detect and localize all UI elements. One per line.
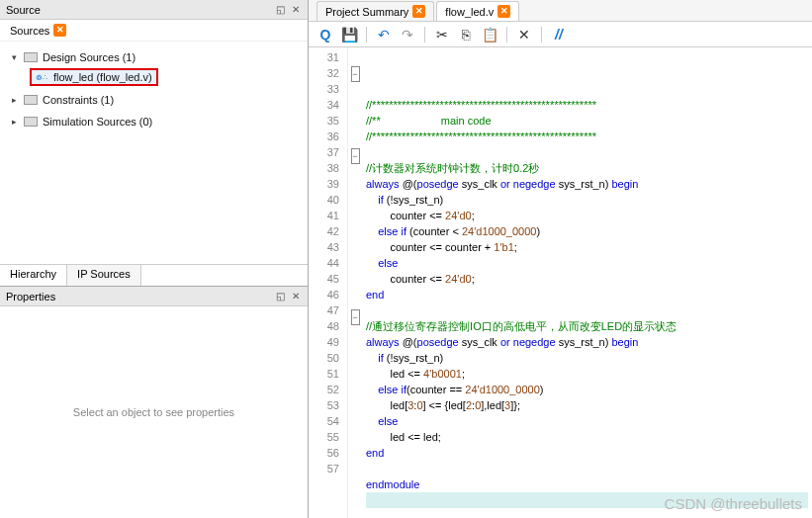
editor-tabs: Project Summary ✕ flow_led.v ✕ <box>309 0 812 22</box>
delete-icon[interactable]: ✕ <box>515 26 533 43</box>
search-icon[interactable]: Q <box>316 26 334 43</box>
undo-icon[interactable]: ↶ <box>375 26 393 43</box>
fold-icon[interactable]: − <box>351 148 360 164</box>
chevron-right-icon[interactable]: ▸ <box>12 95 24 105</box>
source-panel-header: Source ◱ ✕ <box>0 0 308 20</box>
tab-ip-sources[interactable]: IP Sources <box>67 265 141 286</box>
sources-subheader: Sources ✕ <box>0 20 308 42</box>
tree-item-design-sources[interactable]: ▾ Design Sources (1) <box>6 49 302 65</box>
close-icon[interactable]: ✕ <box>53 24 66 37</box>
properties-empty: Select an object to see properties <box>0 306 308 518</box>
save-icon[interactable]: 💾 <box>340 26 358 43</box>
code-editor[interactable]: 3132333435363738394041424344454647484950… <box>309 47 812 518</box>
properties-header: Properties ◱ ✕ <box>0 287 308 306</box>
tab-flow-led[interactable]: flow_led.v ✕ <box>436 1 519 21</box>
editor-toolbar: Q 💾 ↶ ↷ ✂ ⎘ 📋 ✕ // <box>309 22 812 47</box>
fold-icon[interactable]: − <box>351 309 360 325</box>
paste-icon[interactable]: 📋 <box>481 26 498 43</box>
folder-icon <box>24 52 38 62</box>
line-gutter: 3132333435363738394041424344454647484950… <box>309 47 348 518</box>
restore-icon[interactable]: ◱ <box>274 4 286 16</box>
chevron-down-icon[interactable]: ▾ <box>12 52 24 62</box>
chevron-right-icon[interactable]: ▸ <box>12 117 24 127</box>
tab-project-summary[interactable]: Project Summary ✕ <box>316 1 434 21</box>
restore-icon[interactable]: ◱ <box>274 291 286 302</box>
tab-hierarchy[interactable]: Hierarchy <box>0 265 67 286</box>
sources-tree: ▾ Design Sources (1) ⊚∴ flow_led (flow_l… <box>0 42 308 264</box>
sources-label: Sources <box>10 25 49 37</box>
close-icon[interactable]: ✕ <box>497 5 510 18</box>
properties-title: Properties <box>6 291 55 302</box>
source-tabs: Hierarchy IP Sources <box>0 264 308 286</box>
fold-icon[interactable]: − <box>351 66 360 82</box>
folder-icon <box>24 95 38 105</box>
verilog-file-icon: ⊚∴ <box>36 71 49 83</box>
close-panel-icon[interactable]: ✕ <box>290 291 302 302</box>
watermark: CSDN @threebullets <box>665 496 802 512</box>
tree-item-simulation[interactable]: ▸ Simulation Sources (0) <box>6 114 302 130</box>
redo-icon[interactable]: ↷ <box>399 26 416 43</box>
copy-icon[interactable]: ⎘ <box>457 26 475 43</box>
close-icon[interactable]: ✕ <box>412 5 425 18</box>
comment-icon[interactable]: // <box>550 26 568 43</box>
folder-icon <box>24 117 38 127</box>
cut-icon[interactable]: ✂ <box>433 26 451 43</box>
source-panel-title: Source <box>6 4 41 16</box>
tree-item-flow-led[interactable]: ⊚∴ flow_led (flow_led.v) <box>30 68 158 86</box>
tree-item-constraints[interactable]: ▸ Constraints (1) <box>6 92 302 108</box>
fold-column: −−− <box>348 47 362 518</box>
code-area[interactable]: //**************************************… <box>362 47 812 518</box>
close-panel-icon[interactable]: ✕ <box>290 4 302 16</box>
